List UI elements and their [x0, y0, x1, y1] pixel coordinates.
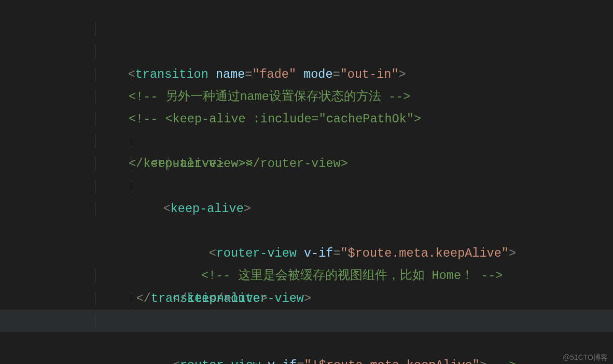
code-line: </keep-alive>: [0, 198, 613, 220]
watermark: @51CTO博客: [563, 354, 608, 361]
code-line: </keep-alive> -->: [0, 86, 613, 108]
code-line: <router-view v-if="!$route.meta.keepAliv…: [0, 264, 613, 287]
code-line: </router-view>: [0, 175, 613, 198]
code-line: <router-view v-if="$route.meta.keepAlive…: [0, 130, 613, 152]
code-editor[interactable]: <transition name="fade" mode="out-in"> <…: [0, 0, 613, 364]
code-line: <transition name="fade" mode="out-in">: [0, 242, 613, 264]
code-line: <!-- <keep-alive :include="cachePathOk">: [0, 40, 613, 63]
code-line: <!-- 这里是不被缓存的视图组件，比如 Edit！ -->: [0, 287, 613, 310]
code-line-active: < /router-view >: [0, 310, 613, 332]
code-line: <keep-alive>: [0, 108, 613, 130]
code-line: </transition>: [0, 332, 613, 354]
code-line: <!-- 另外一种通过name设置保存状态的方法 -->: [0, 18, 613, 40]
code-line: <transition name="fade" mode="out-in">: [0, 0, 613, 18]
code-line: </transition>: [0, 220, 613, 242]
code-line: <!-- 这里是会被缓存的视图组件，比如 Home！ -->: [0, 152, 613, 175]
code-line: </div>: [0, 354, 613, 364]
code-line: <router-view></router-view>: [0, 63, 613, 86]
